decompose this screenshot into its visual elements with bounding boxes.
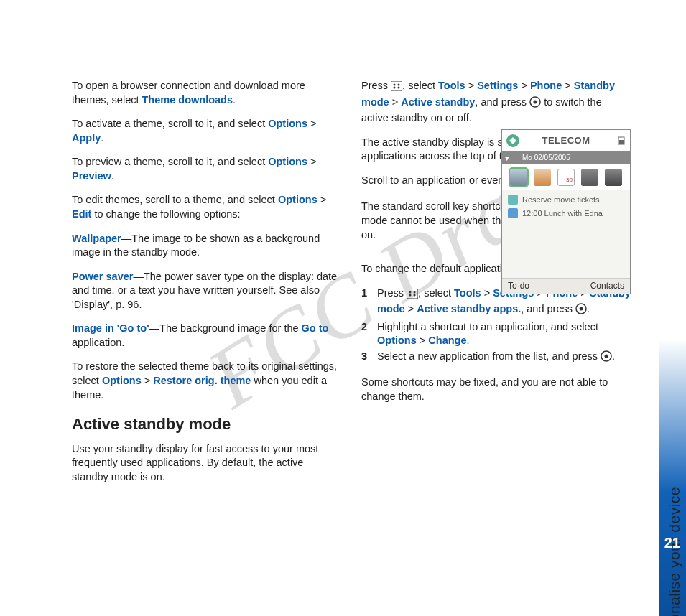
phone-app-icon xyxy=(510,169,527,186)
step-body: Select a new application from the list, … xyxy=(377,350,631,366)
menu-tools: Tools xyxy=(454,287,481,299)
softkey-left: To-do xyxy=(508,280,529,291)
text: > xyxy=(317,194,327,205)
menu-key-icon xyxy=(391,81,402,95)
para: Use your standby display for fast access… xyxy=(72,442,341,485)
menu-change: Change xyxy=(428,335,466,346)
text: > xyxy=(389,96,402,108)
menu-options: Options xyxy=(268,118,307,129)
option-power-saver: Power saver xyxy=(72,271,133,282)
text: > xyxy=(405,303,417,314)
phone-app-icon: 30 xyxy=(557,169,575,186)
svg-point-20 xyxy=(605,354,608,358)
menu-options: Options xyxy=(102,375,142,386)
text: > xyxy=(562,80,574,91)
link-go-to: Go to xyxy=(302,322,329,334)
menu-active-standby: Active standby xyxy=(401,96,475,108)
text: . xyxy=(587,303,590,314)
page-number: 21 xyxy=(664,535,680,551)
text: , select xyxy=(402,80,438,91)
step-number: 3 xyxy=(361,350,377,366)
scroll-key-icon xyxy=(575,303,587,319)
phone-app-icon xyxy=(534,169,551,186)
phone-app-row: 30 xyxy=(502,164,630,190)
text: to change the following options: xyxy=(91,208,240,220)
svg-point-1 xyxy=(394,84,396,86)
phone-app-icon xyxy=(605,169,622,186)
para: Some shortcuts may be fixed, and you are… xyxy=(361,375,631,403)
sidebar: Personalise your device 21 xyxy=(659,0,686,616)
signal-icon: ▾ xyxy=(505,153,509,164)
para: To edit themes, scroll to a theme, and s… xyxy=(72,193,341,221)
text: Select a new application from the list, … xyxy=(377,350,601,362)
text: To preview a theme, scroll to it, and se… xyxy=(72,156,268,167)
step-body: Highlight a shortcut to an application, … xyxy=(377,320,631,348)
phone-screenshot: TELECOM ▾ Mo 02/05/2005 30 xyxy=(501,129,631,294)
option-image-goto: Image in 'Go to' xyxy=(72,322,149,334)
phone-app-icon xyxy=(581,169,598,186)
menu-active-standby-apps: Active standby apps. xyxy=(417,303,521,314)
phone-item-text: 12:00 Lunch with Edna xyxy=(522,208,603,219)
phone-operator: TELECOM xyxy=(542,134,590,147)
svg-point-6 xyxy=(534,100,537,103)
menu-settings: Settings xyxy=(477,80,518,91)
text: Press xyxy=(361,80,391,91)
step-number: 1 xyxy=(361,286,377,319)
svg-rect-11 xyxy=(619,140,624,144)
heading-active-standby: Active standby mode xyxy=(72,414,341,435)
para: Wallpaper—The image to be shown as a bac… xyxy=(72,232,341,260)
menu-apply: Apply xyxy=(72,132,101,144)
reminder-icon xyxy=(508,195,518,205)
text: . xyxy=(111,170,114,182)
text: , select xyxy=(418,287,454,299)
para: To restore the selected theme back to it… xyxy=(72,360,341,402)
para: To preview a theme, scroll to it, and se… xyxy=(72,155,341,183)
phone-list-item: 12:00 Lunch with Edna xyxy=(508,208,624,219)
text: > xyxy=(307,118,317,129)
left-column: To open a browser connection and downloa… xyxy=(72,79,341,495)
menu-options: Options xyxy=(268,156,307,167)
menu-preview: Preview xyxy=(72,170,111,182)
svg-point-15 xyxy=(409,294,412,296)
phone-datebar: ▾ Mo 02/05/2005 xyxy=(502,151,630,164)
text: , and press xyxy=(521,303,575,314)
text: > xyxy=(518,80,530,91)
phone-statusbar: TELECOM xyxy=(502,130,630,151)
steps-list: 1 Press , select Tools > Settings > Phon… xyxy=(361,286,631,366)
svg-point-13 xyxy=(409,291,412,293)
svg-rect-0 xyxy=(391,81,402,91)
right-column: Press , select Tools > Settings > Phone … xyxy=(361,79,631,495)
text: > xyxy=(465,80,478,91)
text: To activate a theme, scroll to it, and s… xyxy=(72,118,268,129)
menu-edit: Edit xyxy=(72,208,91,220)
text: —The background image for the xyxy=(149,322,302,334)
menu-options: Options xyxy=(377,335,417,346)
menu-options: Options xyxy=(278,194,317,205)
text: > xyxy=(142,375,154,386)
text: To edit themes, scroll to a theme, and s… xyxy=(72,194,278,205)
svg-rect-12 xyxy=(407,289,418,299)
option-wallpaper: Wallpaper xyxy=(72,233,121,244)
text: Highlight a shortcut to an application, … xyxy=(377,321,598,332)
phone-body: Reserve movie tickets 12:00 Lunch with E… xyxy=(502,190,630,276)
content-columns: To open a browser connection and downloa… xyxy=(72,79,632,495)
svg-point-4 xyxy=(398,87,400,89)
text: . xyxy=(233,94,236,106)
text: Press xyxy=(377,287,407,299)
menu-key-icon xyxy=(407,289,418,303)
page: FCC Draft To open a browser connection a… xyxy=(0,0,686,616)
text: > xyxy=(307,156,317,167)
section-title: Personalise your device xyxy=(666,487,683,616)
svg-point-14 xyxy=(414,291,416,293)
battery-icon xyxy=(617,136,627,146)
para: Press , select Tools > Settings > Phone … xyxy=(361,79,631,126)
phone-softkeys: To-do Contacts xyxy=(502,278,630,294)
text: application. xyxy=(72,337,124,348)
text-with-figure: The active standby display is shown with… xyxy=(361,136,631,252)
text: , and press xyxy=(475,96,529,108)
svg-point-18 xyxy=(580,307,583,311)
para: Power saver—The power saver type on the … xyxy=(72,270,341,312)
svg-point-2 xyxy=(398,84,400,86)
text: . xyxy=(101,132,103,144)
text: > xyxy=(481,287,493,299)
